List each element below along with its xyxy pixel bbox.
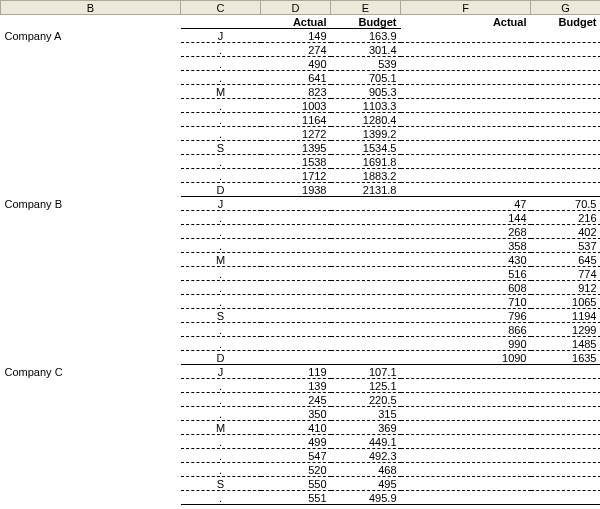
month-label[interactable]: J xyxy=(181,29,261,43)
value-f[interactable] xyxy=(401,365,531,379)
value-g[interactable] xyxy=(531,379,601,393)
company-label[interactable] xyxy=(1,211,181,225)
value-f[interactable] xyxy=(401,393,531,407)
month-label[interactable]: . xyxy=(181,225,261,239)
value-g[interactable] xyxy=(531,435,601,449)
company-label[interactable] xyxy=(1,477,181,491)
month-label[interactable]: . xyxy=(181,491,261,505)
value-f[interactable] xyxy=(401,85,531,99)
value-d[interactable]: 499 xyxy=(261,435,331,449)
value-d[interactable] xyxy=(261,295,331,309)
value-e[interactable] xyxy=(331,267,401,281)
value-d[interactable] xyxy=(261,309,331,323)
value-f[interactable]: 796 xyxy=(401,309,531,323)
month-label[interactable]: . xyxy=(181,113,261,127)
company-label[interactable] xyxy=(1,183,181,197)
value-e[interactable]: 1883.2 xyxy=(331,169,401,183)
value-d[interactable] xyxy=(261,253,331,267)
value-f[interactable]: 47 xyxy=(401,197,531,211)
value-d[interactable] xyxy=(261,225,331,239)
value-f[interactable] xyxy=(401,407,531,421)
value-d[interactable]: 550 xyxy=(261,477,331,491)
value-f[interactable]: 516 xyxy=(401,267,531,281)
value-e[interactable] xyxy=(331,309,401,323)
value-f[interactable]: 144 xyxy=(401,211,531,225)
value-f[interactable] xyxy=(401,463,531,477)
cell-empty[interactable] xyxy=(181,15,261,29)
header-actual-fg[interactable]: Actual xyxy=(401,15,531,29)
value-d[interactable]: 149 xyxy=(261,29,331,43)
value-g[interactable] xyxy=(531,85,601,99)
month-label[interactable]: . xyxy=(181,127,261,141)
value-f[interactable] xyxy=(401,99,531,113)
value-f[interactable] xyxy=(401,169,531,183)
value-e[interactable] xyxy=(331,281,401,295)
col-header-E[interactable]: E xyxy=(331,1,401,15)
month-label[interactable]: . xyxy=(181,337,261,351)
month-label[interactable]: . xyxy=(181,323,261,337)
value-g[interactable] xyxy=(531,169,601,183)
month-label[interactable]: . xyxy=(181,281,261,295)
value-e[interactable]: 539 xyxy=(331,57,401,71)
value-g[interactable]: 645 xyxy=(531,253,601,267)
value-e[interactable]: 492.3 xyxy=(331,449,401,463)
value-d[interactable]: 490 xyxy=(261,57,331,71)
company-label[interactable] xyxy=(1,407,181,421)
value-g[interactable]: 402 xyxy=(531,225,601,239)
month-label[interactable]: . xyxy=(181,463,261,477)
value-f[interactable] xyxy=(401,449,531,463)
col-header-C[interactable]: C xyxy=(181,1,261,15)
month-label[interactable]: . xyxy=(181,57,261,71)
value-e[interactable]: 1399.2 xyxy=(331,127,401,141)
value-e[interactable] xyxy=(331,253,401,267)
month-label[interactable]: J xyxy=(181,365,261,379)
month-label[interactable]: . xyxy=(181,169,261,183)
value-e[interactable] xyxy=(331,295,401,309)
value-d[interactable]: 520 xyxy=(261,463,331,477)
cell-empty[interactable] xyxy=(1,15,181,29)
value-g[interactable] xyxy=(531,183,601,197)
month-label[interactable]: . xyxy=(181,407,261,421)
company-label[interactable] xyxy=(1,253,181,267)
value-f[interactable]: 268 xyxy=(401,225,531,239)
month-label[interactable]: J xyxy=(181,197,261,211)
company-label[interactable]: Company A xyxy=(1,29,181,43)
month-label[interactable]: . xyxy=(181,155,261,169)
value-e[interactable]: 495 xyxy=(331,477,401,491)
company-label[interactable] xyxy=(1,43,181,57)
value-g[interactable]: 912 xyxy=(531,281,601,295)
value-g[interactable] xyxy=(531,141,601,155)
company-label[interactable] xyxy=(1,379,181,393)
company-label[interactable] xyxy=(1,435,181,449)
value-g[interactable]: 1485 xyxy=(531,337,601,351)
value-d[interactable]: 139 xyxy=(261,379,331,393)
company-label[interactable] xyxy=(1,421,181,435)
value-g[interactable]: 1635 xyxy=(531,351,601,365)
value-e[interactable]: 468 xyxy=(331,463,401,477)
value-f[interactable]: 608 xyxy=(401,281,531,295)
company-label[interactable] xyxy=(1,463,181,477)
value-f[interactable] xyxy=(401,379,531,393)
value-e[interactable]: 1103.3 xyxy=(331,99,401,113)
month-label[interactable]: M xyxy=(181,253,261,267)
value-f[interactable] xyxy=(401,57,531,71)
value-g[interactable]: 537 xyxy=(531,239,601,253)
value-g[interactable] xyxy=(531,113,601,127)
company-label[interactable] xyxy=(1,239,181,253)
value-g[interactable] xyxy=(531,463,601,477)
month-label[interactable]: M xyxy=(181,85,261,99)
value-g[interactable] xyxy=(531,29,601,43)
value-g[interactable] xyxy=(531,407,601,421)
month-label[interactable]: . xyxy=(181,435,261,449)
value-f[interactable] xyxy=(401,127,531,141)
value-d[interactable]: 547 xyxy=(261,449,331,463)
value-f[interactable] xyxy=(401,141,531,155)
value-g[interactable]: 216 xyxy=(531,211,601,225)
value-d[interactable] xyxy=(261,211,331,225)
value-g[interactable] xyxy=(531,421,601,435)
company-label[interactable] xyxy=(1,491,181,505)
value-e[interactable] xyxy=(331,225,401,239)
value-d[interactable] xyxy=(261,281,331,295)
value-e[interactable] xyxy=(331,197,401,211)
value-g[interactable] xyxy=(531,43,601,57)
